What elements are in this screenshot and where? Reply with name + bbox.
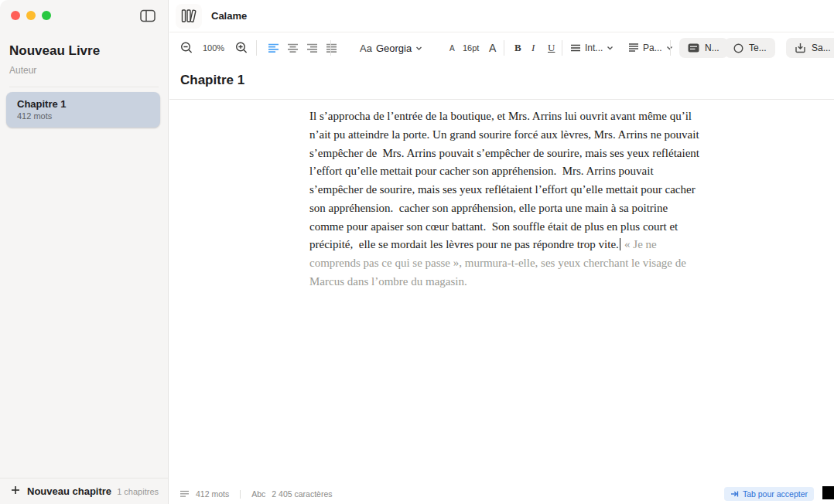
chapter-heading: Chapitre 1 <box>180 73 834 88</box>
line-spacing-label: Int... <box>585 43 603 53</box>
notes-icon <box>688 43 699 53</box>
book-title: Nouveau Livre <box>9 43 159 59</box>
toolbar-separator <box>330 40 331 56</box>
sidebar-toggle-icon <box>140 9 156 25</box>
circle-icon <box>733 43 743 53</box>
close-window-button[interactable] <box>11 11 20 20</box>
text-mode-button[interactable]: Te... <box>725 38 775 58</box>
chapter-list-item[interactable]: Chapitre 1 412 mots <box>6 92 160 128</box>
status-separator <box>240 490 241 499</box>
align-center-button[interactable] <box>286 42 300 55</box>
magnifier-minus-icon <box>180 42 193 55</box>
window-controls <box>11 11 51 20</box>
align-left-icon <box>268 43 279 53</box>
text-editor[interactable]: Il s’approcha de l’entrée de la boutique… <box>169 100 834 482</box>
font-family-dropdown[interactable]: Aa Georgia <box>360 43 422 54</box>
font-family-name: Georgia <box>376 43 412 54</box>
toolbar-separator <box>670 40 671 56</box>
fullscreen-window-button[interactable] <box>42 11 51 20</box>
spellcheck-label: Abc <box>251 489 265 499</box>
status-bar: 412 mots Abc 2 405 caractères Tab pour a… <box>169 484 834 504</box>
italic-button[interactable]: I <box>529 40 537 56</box>
zoom-out-button[interactable] <box>179 40 195 56</box>
align-justify-icon <box>326 43 337 53</box>
toolbar-separator <box>256 40 257 56</box>
sidebar-toggle-button[interactable] <box>138 9 157 25</box>
bold-button[interactable]: B <box>512 40 524 56</box>
save-icon <box>795 43 806 53</box>
titlebar: Calame <box>169 0 834 32</box>
main-area: Calame 100% <box>169 0 834 504</box>
notes-label: N... <box>705 43 719 53</box>
chapter-item-title: Chapitre 1 <box>17 98 149 110</box>
font-style-glyph: Aa <box>360 43 372 54</box>
paragraph-spacing-icon <box>629 43 639 53</box>
save-label: Sa... <box>812 43 831 53</box>
tab-accept-label: Tab pour accepter <box>743 489 808 499</box>
screen-corner-artifact <box>822 486 834 499</box>
word-count: 412 mots <box>196 489 229 499</box>
save-button[interactable]: Sa... <box>786 38 834 58</box>
align-left-button[interactable] <box>267 42 281 55</box>
editor-paragraph[interactable]: Il s’approcha de l’entrée de la boutique… <box>309 107 701 291</box>
paragraph-spacing-dropdown[interactable]: Pa... <box>629 43 673 53</box>
app-window: Nouveau Livre Auteur Chapitre 1 412 mots… <box>0 0 834 504</box>
status-counts: 412 mots Abc 2 405 caractères <box>180 489 333 499</box>
typed-text: Il s’approcha de l’entrée de la boutique… <box>309 110 702 250</box>
chevron-down-icon <box>607 46 614 50</box>
chevron-down-icon <box>415 46 422 50</box>
align-right-icon <box>307 43 318 53</box>
book-info: Nouveau Livre Auteur <box>9 43 159 87</box>
toolbar-separator <box>504 40 504 56</box>
plus-icon <box>11 485 20 497</box>
line-spacing-icon <box>571 44 581 52</box>
align-center-icon <box>288 43 299 53</box>
app-logo-icon <box>176 4 202 29</box>
zoom-level: 100% <box>203 43 224 53</box>
toolbar: 100% <box>169 32 834 63</box>
sidebar-footer: Nouveau chapitre 1 chapitres <box>0 478 168 504</box>
tab-key-icon <box>730 490 739 498</box>
new-chapter-label: Nouveau chapitre <box>27 485 111 497</box>
app-name: Calame <box>211 10 247 22</box>
line-spacing-dropdown[interactable]: Int... <box>571 43 614 53</box>
book-author: Auteur <box>9 65 159 76</box>
new-chapter-button[interactable]: Nouveau chapitre <box>11 485 111 497</box>
font-size-value: 16pt <box>463 43 479 53</box>
notes-button[interactable]: N... <box>679 38 728 58</box>
align-justify-button[interactable] <box>325 42 339 55</box>
text-mode-label: Te... <box>749 43 767 53</box>
sidebar: Nouveau Livre Auteur Chapitre 1 412 mots… <box>0 0 169 504</box>
underline-button[interactable]: U <box>545 40 557 56</box>
zoom-in-button[interactable] <box>234 40 250 56</box>
toolbar-separator <box>562 40 562 56</box>
word-count-icon <box>180 490 190 498</box>
document-header: Chapitre 1 <box>169 63 834 100</box>
char-count: 2 405 caractères <box>272 489 332 499</box>
font-size-increase-button[interactable]: A <box>487 40 498 56</box>
alignment-group <box>267 42 339 55</box>
font-size-decrease-button[interactable]: A <box>447 43 457 54</box>
magnifier-plus-icon <box>235 42 248 55</box>
paragraph-spacing-label: Pa... <box>643 43 662 53</box>
minimize-window-button[interactable] <box>26 11 36 20</box>
align-right-button[interactable] <box>306 42 320 55</box>
chapter-item-word-count: 412 mots <box>17 111 149 121</box>
tab-accept-hint[interactable]: Tab pour accepter <box>724 487 814 501</box>
chapter-count: 1 chapitres <box>117 487 159 496</box>
